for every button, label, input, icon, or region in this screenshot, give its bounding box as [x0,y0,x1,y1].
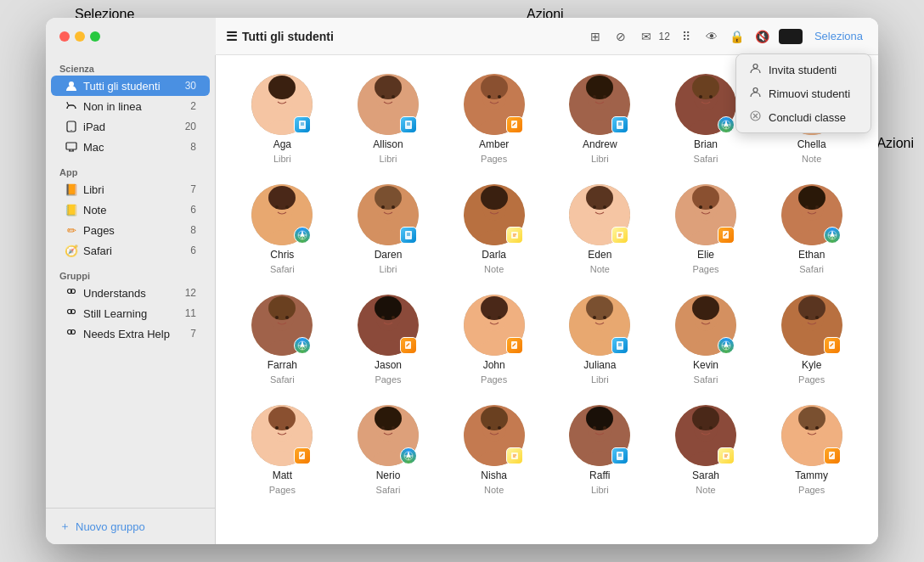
app-badge-libri [611,447,628,464]
svg-point-227 [815,426,819,430]
student-card-matt[interactable]: MattPages [233,400,332,500]
app-badge-pages [824,337,841,354]
student-card-daren[interactable]: DarenLibri [339,179,438,279]
sidebar-item-libri[interactable]: 📙Libri7 [51,179,210,200]
app-badge-note [718,447,735,464]
dropdown-item-rimuovi-studenti[interactable]: Rimuovi studenti [736,81,870,105]
title-bar [46,18,216,55]
mac-icon [65,140,78,154]
svg-point-136 [375,296,402,320]
svg-point-45 [593,95,596,98]
student-name-kyle: Kyle [802,359,821,371]
eye-icon[interactable]: 👁 [702,27,721,46]
new-group-button[interactable]: ＋ Nuovo gruppo [54,515,206,537]
pages-count: 8 [183,224,196,236]
student-name-daren: Daren [375,249,403,261]
svg-point-99 [586,186,613,210]
student-name-elie: Elie [697,249,714,261]
student-card-tammy[interactable]: TammyPages [762,400,861,500]
avatar-wrap-farrah [251,295,313,356]
group-icon[interactable]: ⠿ [677,27,696,46]
student-card-aga[interactable]: AgaLibri [233,69,332,169]
student-card-john[interactable]: JohnPages [444,289,544,390]
block-icon[interactable]: ⊘ [611,27,630,46]
app-badge-pages [506,116,523,133]
header-actions: ⊞ ⊘ ✉ 12 ⠿ 👁 🔒 🔇 Seleziona [586,27,868,46]
student-card-allison[interactable]: AllisonLibri [339,69,438,169]
sidebar-item-mac[interactable]: Mac8 [51,137,210,157]
message-count: 12 [659,31,670,42]
still-learning-label: Still Learning [83,307,177,320]
dropdown-item-concludi-classe[interactable]: Concludi classe [736,105,870,129]
message-icon[interactable]: ✉ [637,27,656,46]
sidebar-item-needs-extra-help[interactable]: Needs Extra Help7 [51,323,210,344]
student-name-juliana: Juliana [583,359,616,371]
sidebar-item-note[interactable]: 📒Note6 [51,200,210,220]
student-card-chris[interactable]: ChrisSafari [233,179,332,279]
svg-point-179 [268,407,296,430]
svg-point-208 [593,426,596,430]
dropdown-item-invita-studenti[interactable]: Invita studenti [736,58,870,81]
student-card-nerio[interactable]: NerioSafari [339,400,438,500]
svg-point-92 [487,205,491,209]
student-card-kyle[interactable]: KylePages [762,289,861,390]
student-app-chella: Note [802,154,821,164]
student-card-elie[interactable]: EliePages [656,179,756,279]
app-badge-libri [294,116,311,133]
svg-point-38 [498,95,501,98]
student-card-kevin[interactable]: KevinSafari [656,289,756,390]
svg-point-11 [753,88,758,93]
note-count: 6 [183,204,196,216]
sidebar-footer: ＋ Nuovo gruppo [46,508,215,544]
student-card-darla[interactable]: DarlaNote [444,179,544,279]
student-card-amber[interactable]: AmberPages [444,69,544,169]
student-card-sarah[interactable]: SarahNote [656,400,756,500]
app-badge-safari [294,227,311,244]
non-in-linea-count: 2 [183,100,196,112]
student-card-ethan[interactable]: EthanSafari [762,179,861,279]
sidebar-section-scienza: ScienzaTutti gli studenti30Non in linea2… [46,55,215,159]
student-card-jason[interactable]: JasonPages [339,289,438,390]
svg-point-152 [586,296,613,320]
sidebar-item-non-in-linea[interactable]: Non in linea2 [51,96,210,116]
student-card-juliana[interactable]: JulianaLibri [550,289,650,390]
svg-point-224 [798,407,825,430]
student-card-farrah[interactable]: FarrahSafari [233,289,332,390]
mute-icon[interactable]: 🔇 [753,27,772,46]
student-name-john: John [483,359,505,371]
close-button[interactable] [59,31,70,42]
student-card-raffi[interactable]: RaffiLibri [550,400,650,500]
svg-point-218 [709,426,713,430]
minimize-button[interactable] [75,31,85,42]
svg-point-37 [487,95,491,98]
sidebar-item-safari[interactable]: 🧭Safari6 [51,240,210,261]
avatar-wrap-raffi [569,405,630,466]
svg-rect-3 [66,143,76,149]
student-card-eden[interactable]: EdenNote [550,179,650,279]
lock-icon[interactable]: 🔒 [728,27,747,46]
layers-icon[interactable]: ⊞ [586,27,605,46]
sidebar-item-understands[interactable]: Understands12 [51,283,210,303]
student-name-chris: Chris [270,249,294,261]
student-name-farrah: Farrah [268,359,297,371]
sidebar-item-still-learning[interactable]: Still Learning11 [51,303,210,323]
sidebar-item-ipad[interactable]: iPad20 [51,116,210,137]
seleziona-button[interactable]: Seleziona [809,28,868,44]
tutti-gli-studenti-label: Tutti gli studenti [83,80,177,93]
app-badge-safari [824,227,841,244]
svg-point-110 [699,205,702,209]
maximize-button[interactable] [90,31,100,42]
sidebar-item-pages[interactable]: ✏Pages8 [51,220,210,240]
student-card-andrew[interactable]: AndrewLibri [550,69,650,169]
student-app-john: Pages [481,374,507,385]
still-learning-count: 11 [183,307,196,319]
svg-point-101 [593,205,596,209]
svg-point-164 [709,316,713,319]
student-name-eden: Eden [588,249,611,261]
app-badge-libri [611,116,628,133]
avatar-wrap-brian [675,74,736,135]
sidebar-item-tutti-gli-studenti[interactable]: Tutti gli studenti30 [51,76,210,96]
svg-point-17 [268,76,296,99]
color-swatch[interactable] [779,29,803,44]
student-card-nisha[interactable]: NishaNote [444,400,544,500]
